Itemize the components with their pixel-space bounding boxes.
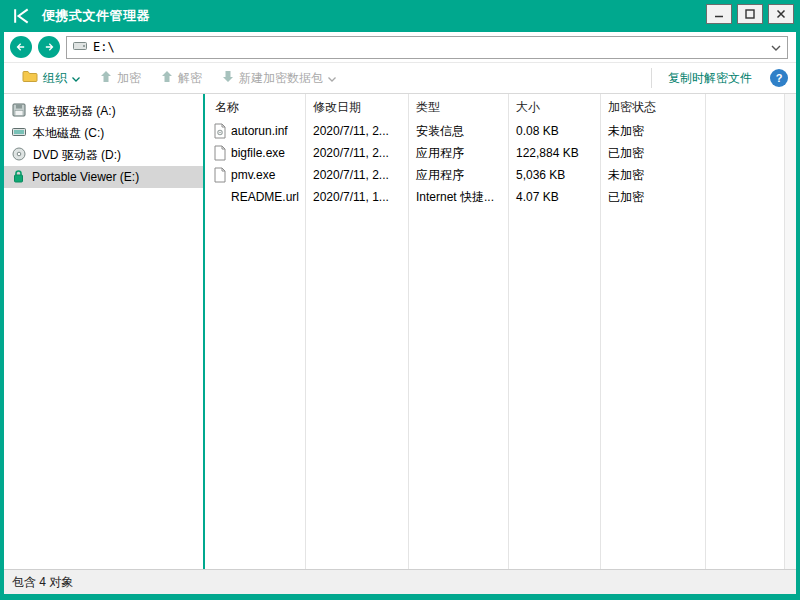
file-size: 4.07 KB xyxy=(516,186,559,208)
file-name: README.url xyxy=(231,186,299,208)
hard-disk-icon xyxy=(12,125,26,142)
column-header-type[interactable]: 类型 xyxy=(416,94,440,120)
file-date: 2020/7/11, 2... xyxy=(313,164,389,186)
file-encryption-status: 已加密 xyxy=(608,142,644,164)
file-type: 应用程序 xyxy=(416,142,464,164)
help-label: ? xyxy=(776,72,783,84)
table-row[interactable]: README.url 2020/7/11, 1... Internet 快捷..… xyxy=(205,186,784,208)
decrypt-label: 解密 xyxy=(178,70,202,87)
sidebar-item-label: Portable Viewer (E:) xyxy=(32,170,139,184)
column-header-name[interactable]: 名称 xyxy=(215,94,239,120)
sidebar-item-local-disk-c[interactable]: 本地磁盘 (C:) xyxy=(4,122,203,144)
sidebar-item-label: 软盘驱动器 (A:) xyxy=(33,103,116,120)
file-list-header: 名称 修改日期 类型 大小 加密状态 xyxy=(205,94,784,120)
application-file-icon xyxy=(213,167,227,183)
minimize-button[interactable] xyxy=(706,4,732,24)
decrypt-button[interactable]: 解密 xyxy=(151,63,212,93)
file-encryption-status: 未加密 xyxy=(608,120,644,142)
application-file-icon xyxy=(213,145,227,161)
app-window: 便携式文件管理器 E:\ xyxy=(0,0,800,600)
help-button[interactable]: ? xyxy=(770,69,788,87)
file-date: 2020/7/11, 2... xyxy=(313,120,389,142)
window-controls xyxy=(706,4,794,24)
sidebar-item-label: 本地磁盘 (C:) xyxy=(33,125,104,142)
file-size: 0.08 KB xyxy=(516,120,559,142)
organize-button[interactable]: 组织 xyxy=(12,63,90,93)
table-row[interactable]: autorun.inf 2020/7/11, 2... 安装信息 0.08 KB… xyxy=(205,120,784,142)
column-header-date-modified[interactable]: 修改日期 xyxy=(313,94,361,120)
dvd-drive-icon xyxy=(12,147,26,164)
file-size: 122,884 KB xyxy=(516,142,579,164)
drive-icon xyxy=(73,40,87,54)
address-bar[interactable]: E:\ xyxy=(66,36,788,59)
toolbar-separator xyxy=(651,68,652,88)
sidebar-item-label: DVD 驱动器 (D:) xyxy=(33,147,121,164)
file-type: 应用程序 xyxy=(416,164,464,186)
file-date: 2020/7/11, 2... xyxy=(313,142,389,164)
status-bar: 包含 4 对象 xyxy=(4,569,796,594)
chevron-down-icon xyxy=(328,71,336,85)
table-row[interactable]: bigfile.exe 2020/7/11, 2... 应用程序 122,884… xyxy=(205,142,784,164)
client-area: E:\ 组织 加密 xyxy=(4,32,796,594)
file-name: bigfile.exe xyxy=(231,142,285,164)
toolbar: 组织 加密 解密 新建加密数据包 xyxy=(4,63,796,94)
back-button[interactable] xyxy=(10,36,32,58)
navigation-bar: E:\ xyxy=(4,32,796,63)
file-name: autorun.inf xyxy=(231,120,288,142)
content-area: 软盘驱动器 (A:) 本地磁盘 (C:) DVD 驱动器 (D:) xyxy=(4,94,796,569)
decrypt-on-copy-label: 复制时解密文件 xyxy=(668,70,752,87)
new-package-label: 新建加密数据包 xyxy=(239,70,323,87)
decrypt-on-copy-button[interactable]: 复制时解密文件 xyxy=(658,63,762,93)
drive-sidebar: 软盘驱动器 (A:) 本地磁盘 (C:) DVD 驱动器 (D:) xyxy=(4,94,205,569)
file-type: Internet 快捷... xyxy=(416,186,494,208)
chevron-down-icon xyxy=(72,71,80,85)
table-row[interactable]: pmv.exe 2020/7/11, 2... 应用程序 5,036 KB 未加… xyxy=(205,164,784,186)
sidebar-item-portable-viewer-e[interactable]: Portable Viewer (E:) xyxy=(4,166,203,188)
lock-icon xyxy=(12,169,25,186)
kaspersky-logo-icon xyxy=(10,5,32,27)
file-size: 5,036 KB xyxy=(516,164,565,186)
floppy-drive-icon xyxy=(12,103,26,120)
status-text: 包含 4 对象 xyxy=(12,574,73,591)
sidebar-item-dvd-drive-d[interactable]: DVD 驱动器 (D:) xyxy=(4,144,203,166)
file-name: pmv.exe xyxy=(231,164,275,186)
encrypt-label: 加密 xyxy=(117,70,141,87)
decrypt-arrow-icon xyxy=(161,70,173,86)
maximize-button[interactable] xyxy=(737,4,763,24)
encrypt-button[interactable]: 加密 xyxy=(90,63,151,93)
package-arrow-icon xyxy=(222,70,234,86)
vertical-scrollbar[interactable] xyxy=(784,94,796,569)
setup-info-file-icon xyxy=(213,123,227,139)
file-type: 安装信息 xyxy=(416,120,464,142)
forward-button[interactable] xyxy=(38,36,60,58)
new-encrypted-package-button[interactable]: 新建加密数据包 xyxy=(212,63,346,93)
organize-label: 组织 xyxy=(43,70,67,87)
title-bar: 便携式文件管理器 xyxy=(4,0,796,32)
column-header-size[interactable]: 大小 xyxy=(516,94,540,120)
window-title: 便携式文件管理器 xyxy=(42,7,150,25)
sidebar-item-floppy-a[interactable]: 软盘驱动器 (A:) xyxy=(4,100,203,122)
file-list: 名称 修改日期 类型 大小 加密状态 autorun.inf 2020/7/11… xyxy=(205,94,784,569)
column-header-encryption-status[interactable]: 加密状态 xyxy=(608,94,656,120)
folder-icon xyxy=(22,70,38,86)
close-button[interactable] xyxy=(768,4,794,24)
chevron-down-icon[interactable] xyxy=(771,40,781,54)
address-text: E:\ xyxy=(93,40,115,54)
file-encryption-status: 未加密 xyxy=(608,164,644,186)
file-encryption-status: 已加密 xyxy=(608,186,644,208)
encrypt-arrow-icon xyxy=(100,70,112,86)
file-date: 2020/7/11, 1... xyxy=(313,186,389,208)
